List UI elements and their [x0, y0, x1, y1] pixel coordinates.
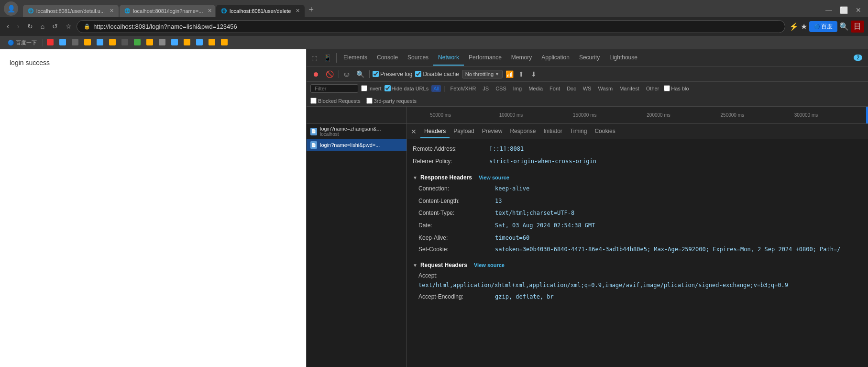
- record-button[interactable]: ⏺: [310, 69, 321, 79]
- has-blocked-checkbox[interactable]: Has blo: [664, 85, 689, 91]
- tab-console[interactable]: Console: [372, 50, 403, 66]
- net-row-1[interactable]: 📄 login?name=lishi&pwd=...: [307, 139, 407, 151]
- clear-button[interactable]: 🚫: [324, 69, 336, 79]
- lightning-icon[interactable]: ⚡: [789, 22, 799, 31]
- bookmark-2[interactable]: [57, 38, 68, 48]
- filter-font[interactable]: Font: [548, 85, 562, 92]
- timeline-header: 50000 ms 100000 ms 150000 ms 200000 ms 2…: [307, 107, 868, 124]
- address-bar[interactable]: 🔒 http://localhost:8081/login?name=lishi…: [77, 20, 785, 33]
- preserve-log-checkbox[interactable]: Preserve log: [373, 71, 412, 78]
- bookmark-9[interactable]: [144, 38, 155, 48]
- disable-cache-checkbox[interactable]: Disable cache: [415, 71, 459, 78]
- close-icon[interactable]: ✕: [853, 5, 864, 15]
- home-button[interactable]: ⌂: [38, 22, 47, 31]
- export-button[interactable]: ⬇: [529, 69, 538, 79]
- timeline-name-col-header: [307, 107, 407, 123]
- detail-tab-payload[interactable]: Payload: [450, 125, 478, 138]
- devtools-icon-device[interactable]: 📱: [320, 52, 334, 64]
- filter-fetch-xhr[interactable]: Fetch/XHR: [449, 85, 478, 92]
- filter-wasm[interactable]: Wasm: [596, 85, 615, 92]
- reload-button[interactable]: ↻: [24, 22, 36, 31]
- view-source-link[interactable]: View source: [479, 175, 509, 180]
- tab-security[interactable]: Security: [574, 50, 604, 66]
- maximize-icon[interactable]: ⬜: [837, 5, 851, 15]
- tab-close-0[interactable]: ✕: [110, 8, 114, 14]
- bookmark-3[interactable]: [70, 38, 80, 48]
- req-accept: Accept: text/html,application/xhtml+xml,…: [413, 270, 862, 290]
- filter-input[interactable]: [310, 84, 358, 93]
- bookmark-11[interactable]: [169, 38, 180, 48]
- bookmark-15[interactable]: [219, 38, 230, 48]
- bookmark-baidu[interactable]: 🔵 百度一下: [4, 38, 41, 47]
- tab-sources[interactable]: Sources: [403, 50, 433, 66]
- blocked-bar: Blocked Requests 3rd-party requests: [307, 95, 868, 107]
- bookmark-5[interactable]: [95, 38, 105, 48]
- bookmark-6[interactable]: [107, 38, 118, 48]
- bookmark-1[interactable]: [45, 38, 55, 48]
- bookmark-8[interactable]: [132, 38, 143, 48]
- baidu-button[interactable]: 🔵 百度: [809, 21, 837, 32]
- tab-performance[interactable]: Performance: [464, 50, 506, 66]
- page-content: login success: [0, 49, 306, 367]
- tab-network[interactable]: Network: [433, 50, 464, 66]
- detail-tab-preview[interactable]: Preview: [478, 125, 506, 138]
- detail-tab-timing[interactable]: Timing: [566, 125, 591, 138]
- invert-checkbox[interactable]: Invert: [361, 85, 382, 91]
- network-list-panel: 📄 login?name=zhangsan&... localhost 📄 lo…: [307, 124, 407, 367]
- search-button[interactable]: 🔍: [354, 69, 366, 79]
- detail-content: Remote Address: [::1]:8081 Referrer Poli…: [407, 139, 868, 307]
- blocked-requests-checkbox[interactable]: Blocked Requests: [310, 98, 361, 104]
- request-view-source-link[interactable]: View source: [474, 262, 505, 268]
- net-row-0[interactable]: 📄 login?name=zhangsan&... localhost: [307, 124, 407, 139]
- detail-tab-cookies[interactable]: Cookies: [591, 125, 619, 138]
- import-button[interactable]: ⬆: [516, 69, 526, 79]
- tab-close-2[interactable]: ✕: [296, 8, 300, 14]
- tab-memory[interactable]: Memory: [506, 50, 537, 66]
- filter-all[interactable]: All: [431, 85, 441, 92]
- minimize-icon[interactable]: —: [823, 5, 835, 15]
- tab-close-1[interactable]: ✕: [208, 8, 212, 14]
- hide-data-urls-checkbox[interactable]: Hide data URLs: [385, 85, 429, 91]
- filter-other[interactable]: Other: [644, 85, 661, 92]
- bookmark-10[interactable]: [157, 38, 167, 48]
- detail-close-button[interactable]: ✕: [411, 128, 417, 135]
- filter-toggle[interactable]: ⛀: [342, 69, 352, 79]
- new-tab-button[interactable]: +: [306, 5, 317, 15]
- filter-js[interactable]: JS: [481, 85, 491, 92]
- bookmark-14[interactable]: [207, 38, 217, 48]
- third-party-checkbox[interactable]: 3rd-party requests: [366, 98, 417, 104]
- detail-tab-headers[interactable]: Headers: [420, 125, 450, 138]
- menu-icon[interactable]: 目: [851, 21, 864, 33]
- throttling-select[interactable]: No throttling ▼: [462, 70, 503, 78]
- response-headers-title[interactable]: ▼ Response Headers View source: [413, 171, 862, 183]
- wifi-icon[interactable]: 📶: [505, 70, 514, 78]
- filter-manifest[interactable]: Manifest: [617, 85, 641, 92]
- browser-tab-0[interactable]: 🌐 localhost:8081/user/detail.u... ✕: [23, 5, 119, 17]
- bookmark-button[interactable]: ☆: [63, 22, 75, 31]
- bookmark-13[interactable]: [194, 38, 205, 48]
- bookmark-4[interactable]: [82, 38, 93, 48]
- tab-elements[interactable]: Elements: [339, 50, 372, 66]
- devtools-icon-inspect[interactable]: ⬚: [308, 52, 320, 64]
- detail-tab-initiator[interactable]: Initiator: [539, 125, 566, 138]
- rh-keep-alive: Keep-Alive: timeout=60: [413, 232, 862, 245]
- bookmark-12[interactable]: [182, 38, 192, 48]
- filter-media[interactable]: Media: [527, 85, 545, 92]
- detail-tab-response[interactable]: Response: [506, 125, 539, 138]
- bookmark-7[interactable]: [120, 38, 130, 48]
- back-button[interactable]: ‹: [4, 21, 12, 32]
- filter-css[interactable]: CSS: [494, 85, 508, 92]
- browser-tab-2[interactable]: 🌐 localhost:8081/user/delete ✕: [216, 5, 305, 17]
- filter-ws[interactable]: WS: [581, 85, 593, 92]
- filter-doc[interactable]: Doc: [565, 85, 578, 92]
- browser-avatar: 👤: [4, 1, 18, 16]
- request-headers-title[interactable]: ▼ Request Headers View source: [413, 259, 862, 270]
- browser-tab-1[interactable]: 🌐 localhost:8081/login?name=... ✕: [120, 5, 215, 17]
- history-button[interactable]: ↺: [49, 22, 61, 31]
- forward-button[interactable]: ›: [14, 21, 22, 32]
- search-icon[interactable]: 🔍: [839, 22, 849, 31]
- tab-application[interactable]: Application: [537, 50, 574, 66]
- star-icon[interactable]: ★: [801, 22, 807, 31]
- filter-img[interactable]: Img: [511, 85, 524, 92]
- tab-lighthouse[interactable]: Lighthouse: [604, 50, 642, 66]
